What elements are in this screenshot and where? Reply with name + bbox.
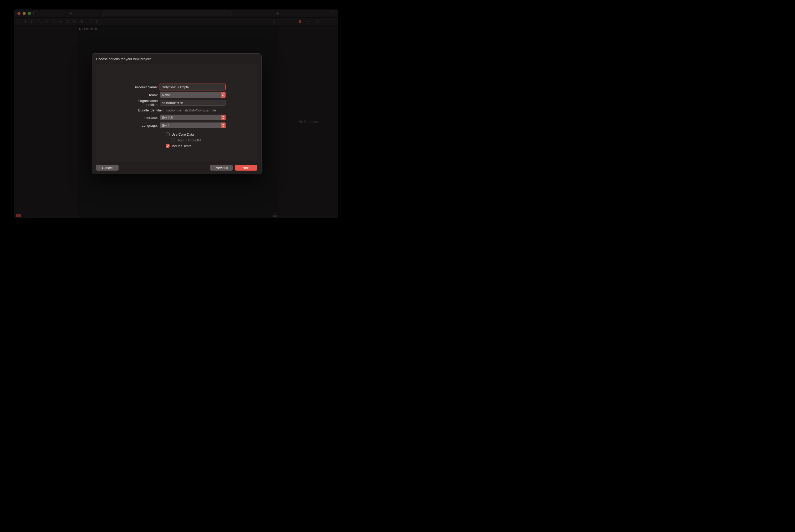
sheet-body: Product Name: Team: None Organization Id… (96, 63, 258, 161)
updown-icon (221, 92, 226, 98)
use-core-data-checkbox[interactable]: Use Core Data (166, 131, 226, 137)
product-name-label: Product Name: (128, 85, 160, 89)
sheet-button-row: Cancel Previous Next (96, 161, 258, 171)
checkbox-unchecked-icon (166, 132, 170, 136)
interface-select-value: SwiftUI (162, 116, 173, 119)
language-select[interactable]: Swift (160, 122, 226, 128)
new-project-options-sheet: Choose options for your new project: Pro… (92, 53, 262, 174)
cancel-button[interactable]: Cancel (96, 165, 118, 171)
host-cloudkit-checkbox: Host in CloudKit (166, 137, 226, 143)
checkbox-disabled-icon (171, 138, 175, 142)
bundle-id-value: ca.bomberfish.DirtyCowExample (166, 108, 216, 112)
bundle-id-label: Bundle Identifier: (128, 108, 166, 112)
team-select[interactable]: None (160, 92, 226, 98)
previous-button[interactable]: Previous (210, 165, 233, 171)
language-label: Language: (128, 124, 160, 128)
team-select-value: None (162, 93, 170, 97)
next-button[interactable]: Next (235, 165, 258, 171)
xcode-window: No Selection No Selection Choose options… (14, 9, 339, 218)
team-label: Team: (128, 93, 160, 97)
interface-label: Interface: (128, 116, 160, 119)
org-id-label: Organization Identifier: (128, 99, 160, 107)
updown-icon (221, 122, 226, 128)
sheet-title: Choose options for your new project: (96, 57, 258, 61)
host-cloudkit-label: Host in CloudKit (177, 138, 201, 142)
interface-select[interactable]: SwiftUI (160, 115, 226, 120)
updown-icon (221, 115, 226, 120)
language-select-value: Swift (162, 124, 169, 128)
use-core-data-label: Use Core Data (171, 132, 194, 136)
checkbox-checked-icon (166, 144, 170, 148)
include-tests-label: Include Tests (171, 144, 191, 148)
product-name-field[interactable] (160, 84, 226, 90)
include-tests-checkbox[interactable]: Include Tests (166, 143, 226, 149)
org-id-field[interactable] (160, 100, 226, 106)
